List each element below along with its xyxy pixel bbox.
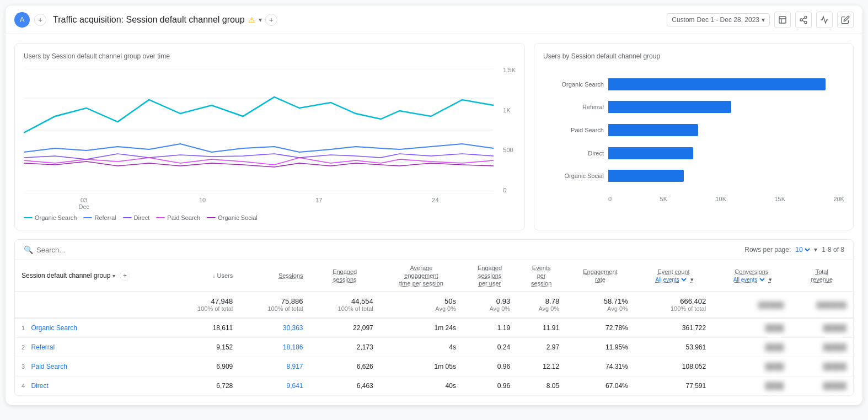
totals-events-per-session: 8.78 Avg 0% [517, 292, 566, 319]
date-custom-label: Custom [672, 16, 694, 24]
analytics-icon-button[interactable] [816, 12, 833, 28]
th-conversions[interactable]: Conversions All events ▾ [712, 260, 790, 292]
totals-avg-time: 50s Avg 0% [380, 292, 463, 319]
date-range-selector[interactable]: Custom Dec 1 - Dec 28, 2023 ▾ [667, 13, 770, 26]
bar-x-20k: 20K [833, 196, 844, 202]
row-1-eng-rate: 72.78% [566, 318, 635, 338]
bar-row-direct: Direct [543, 143, 844, 163]
th-avg-time[interactable]: Average engagement time per session [380, 260, 463, 292]
legend-organic-social[interactable]: Organic Social [207, 214, 258, 221]
rows-per-page-label: Rows per page: 10 25 50 ▾ [744, 245, 817, 254]
add-report-button[interactable]: + [34, 14, 46, 26]
bar-fill-organic-social [608, 170, 684, 182]
bar-fill-paid-search [608, 124, 698, 136]
conversions-chevron-icon: ▾ [769, 276, 772, 283]
legend-direct[interactable]: Direct [123, 214, 150, 221]
add-dimension-button[interactable]: + [120, 271, 130, 281]
event-count-filter-select[interactable]: All events [653, 276, 688, 283]
row-2-conversions: ████ [712, 338, 790, 357]
th-engaged-per-user[interactable]: Engaged sessions per user [463, 260, 517, 292]
svg-point-1 [805, 16, 807, 18]
row-4-sessions: 9,641 [239, 376, 309, 396]
th-users[interactable]: ↓ Users [169, 260, 239, 292]
search-input[interactable] [36, 246, 147, 254]
bar-chart-area: Organic Search Referral [543, 67, 844, 193]
legend-organic-search[interactable]: Organic Search [24, 214, 77, 221]
line-chart-container: Users by Session default channel group o… [14, 43, 525, 230]
totals-users: 47,948 100% of total [169, 292, 239, 319]
legend-paid-search[interactable]: Paid Search [156, 214, 200, 221]
line-chart-svg [24, 67, 494, 193]
app-container: A + Traffic acquisition: Session default… [6, 6, 862, 405]
totals-sessions: 75,886 100% of total [239, 292, 309, 319]
bar-x-15k: 15K [774, 196, 785, 202]
row-1-conversions: ████ [712, 318, 790, 338]
th-engaged-sessions[interactable]: Engaged sessions [310, 260, 380, 292]
row-1-event-count: 361,722 [635, 318, 712, 338]
bar-row-referral: Referral [543, 97, 844, 117]
bar-fill-organic-search [608, 78, 826, 90]
row-2-event-count: 53,961 [635, 338, 712, 357]
table-toolbar: 🔍 Rows per page: 10 25 50 ▾ 1-8 of 8 [15, 240, 853, 260]
dim-label: Session default channel group [22, 272, 110, 279]
bar-x-0: 0 [608, 196, 612, 202]
row-3-sessions: 8,917 [239, 357, 309, 376]
y-label-0: 0 [503, 187, 516, 193]
totals-conversions: ██████ [712, 292, 790, 319]
line-chart-title: Users by Session default channel group o… [24, 52, 516, 60]
edit-icon-button[interactable] [837, 12, 854, 28]
th-event-count[interactable]: Event count All events ▾ [635, 260, 712, 292]
avatar[interactable]: A [14, 12, 30, 28]
legend-paid-search-icon [156, 217, 165, 218]
bar-fill-referral [608, 101, 731, 113]
row-2-events-per-session: 2.97 [517, 338, 566, 357]
totals-label [15, 292, 169, 319]
row-3-events-per-session: 12.12 [517, 357, 566, 376]
svg-line-4 [802, 20, 805, 22]
x-label-17: 17 [315, 197, 322, 210]
legend-organic-search-label: Organic Search [35, 214, 77, 221]
totals-eng-per-user: 0.93 Avg 0% [463, 292, 517, 319]
th-events-per-session[interactable]: Events per session [517, 260, 566, 292]
bar-x-axis: 0 5K 10K 15K 20K [543, 196, 844, 202]
bar-chart-title: Users by Session default channel group [543, 52, 844, 60]
totals-event-count: 666,402 100% of total [635, 292, 712, 319]
svg-point-3 [805, 21, 807, 23]
legend-direct-icon [123, 217, 132, 218]
y-axis: 1.5K 1K 500 0 [503, 67, 516, 193]
header-actions: Custom Dec 1 - Dec 28, 2023 ▾ [667, 12, 854, 28]
share-icon-button[interactable] [795, 12, 812, 28]
report-icon-button[interactable] [774, 12, 791, 28]
title-text: Traffic acquisition: Session default cha… [53, 15, 245, 25]
legend-referral-icon [83, 217, 92, 218]
row-3-conversions: ████ [712, 357, 790, 376]
th-total-revenue[interactable]: Total revenue [791, 260, 853, 292]
y-label-1k: 1K [503, 107, 516, 114]
add-tab-button[interactable]: + [265, 14, 277, 26]
th-sessions[interactable]: Sessions [239, 260, 309, 292]
search-icon: 🔍 [24, 245, 33, 254]
title-chevron-button[interactable]: ▾ [259, 16, 262, 24]
rows-per-page-select[interactable]: 10 25 50 [793, 245, 812, 254]
legend-direct-label: Direct [134, 214, 150, 221]
legend-referral[interactable]: Referral [83, 214, 116, 221]
svg-line-5 [802, 18, 805, 19]
bar-track-organic-social [608, 170, 844, 182]
row-4-avg-time: 40s [380, 376, 463, 396]
row-4-eng-per-user: 0.96 [463, 376, 517, 396]
totals-revenue: ███████ [791, 292, 853, 319]
chart-legend: Organic Search Referral Direct Paid Sear… [24, 214, 516, 221]
row-4-event-count: 77,591 [635, 376, 712, 396]
row-1-revenue: █████ [791, 318, 853, 338]
th-engagement-rate[interactable]: Engagement rate [566, 260, 635, 292]
table-pagination: Rows per page: 10 25 50 ▾ 1-8 of 8 [744, 245, 844, 254]
row-3-event-count: 108,052 [635, 357, 712, 376]
row-4-events-per-session: 8.05 [517, 376, 566, 396]
bar-label-organic-social: Organic Social [543, 173, 604, 179]
x-label-10: 10 [199, 197, 206, 210]
totals-engaged: 44,554 100% of total [310, 292, 380, 319]
conversions-filter-select[interactable]: All events [731, 276, 767, 283]
bar-label-organic-search: Organic Search [543, 81, 604, 88]
legend-referral-label: Referral [94, 214, 116, 221]
table-row: 1 Organic Search 18,611 30,363 22,097 1m… [15, 318, 853, 338]
